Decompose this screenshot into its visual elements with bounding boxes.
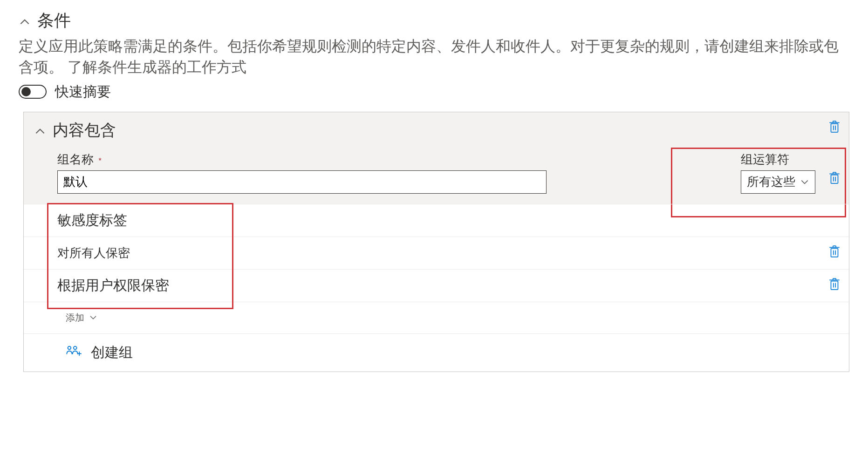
group-name-label: 组名称	[57, 152, 94, 166]
svg-point-28	[68, 346, 71, 349]
group-config-row: 组名称 * 组运算符 所有这些	[24, 149, 849, 204]
svg-rect-0	[831, 123, 838, 132]
add-label: 添加	[66, 311, 84, 324]
learn-more-link[interactable]: 了解条件生成器的工作方式	[68, 59, 246, 75]
create-group-button[interactable]: 创建组	[24, 333, 849, 372]
list-item: 根据用户权限保密	[24, 269, 849, 302]
item-label: 根据用户权限保密	[57, 276, 169, 295]
conditions-panel: 内容包含 组名称 * 组运算符 所有这些 敏感度标签	[23, 112, 849, 372]
quick-summary-label: 快速摘要	[55, 82, 111, 101]
add-button[interactable]: 添加	[24, 302, 849, 333]
section-title: 条件	[37, 9, 71, 32]
toggle-knob	[21, 87, 31, 96]
quick-summary-toggle[interactable]	[19, 85, 47, 99]
category-label: 敏感度标签	[57, 211, 127, 230]
item-label: 对所有人保密	[57, 245, 130, 261]
svg-rect-7	[831, 175, 838, 183]
svg-point-29	[74, 346, 77, 349]
list-item: 对所有人保密	[24, 237, 849, 269]
delete-panel-button[interactable]	[828, 120, 841, 135]
delete-group-button[interactable]	[828, 171, 841, 187]
svg-rect-14	[831, 248, 838, 257]
group-name-input[interactable]	[57, 170, 547, 194]
section-description: 定义应用此策略需满足的条件。包括你希望规则检测的特定内容、发件人和收件人。对于更…	[19, 36, 849, 78]
group-operator-label: 组运算符	[741, 151, 815, 168]
collapse-section-icon[interactable]	[19, 16, 29, 26]
panel-header: 内容包含	[24, 112, 849, 149]
delete-item-button[interactable]	[828, 277, 841, 294]
svg-rect-21	[831, 281, 838, 289]
create-group-label: 创建组	[91, 343, 133, 362]
chevron-down-icon	[89, 313, 97, 322]
delete-item-button[interactable]	[828, 244, 841, 262]
group-operator-value: 所有这些	[747, 174, 795, 190]
sensitivity-label-category: 敏感度标签	[24, 204, 849, 237]
group-operator-select[interactable]: 所有这些	[741, 170, 815, 194]
panel-title: 内容包含	[53, 120, 116, 141]
create-group-icon	[66, 345, 82, 361]
required-indicator: *	[98, 157, 101, 165]
collapse-panel-icon[interactable]	[34, 125, 44, 135]
